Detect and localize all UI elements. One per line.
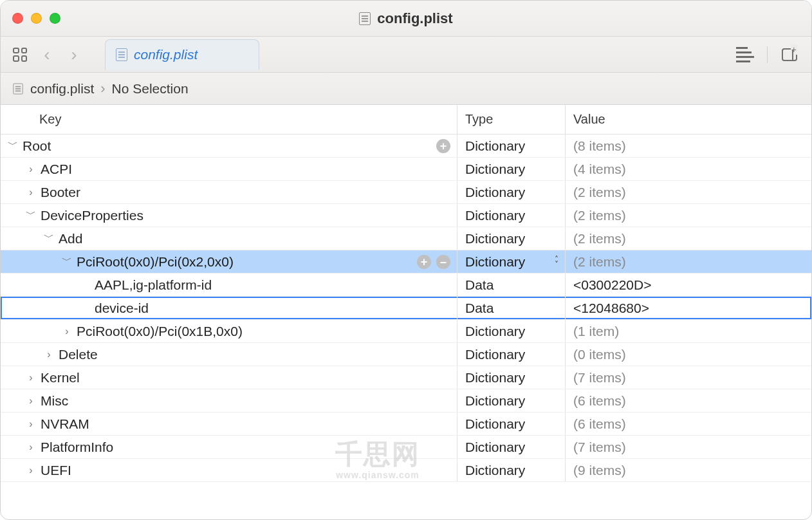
table-row[interactable]: ﹀Root+Dictionary(8 items): [1, 135, 811, 158]
nav-back-button[interactable]: ‹: [37, 44, 57, 65]
table-row[interactable]: ›PlatformInfoDictionary(7 items): [1, 436, 811, 459]
cell-type[interactable]: Data: [457, 297, 566, 319]
value-label: (6 items): [573, 393, 626, 409]
nav-forward-button[interactable]: ›: [64, 44, 84, 65]
path-file[interactable]: config.plist: [30, 81, 94, 97]
cell-value[interactable]: (8 items): [566, 135, 811, 157]
table-row[interactable]: ›PciRoot(0x0)/Pci(0x1B,0x0)Dictionary(1 …: [1, 320, 811, 343]
chevron-down-icon[interactable]: ﹀: [7, 138, 19, 152]
value-label: (8 items): [573, 138, 626, 154]
table-row[interactable]: ﹀DevicePropertiesDictionary(2 items): [1, 204, 811, 227]
cell-type[interactable]: Dictionary: [457, 366, 566, 389]
cell-value[interactable]: (6 items): [566, 389, 811, 412]
cell-value[interactable]: (2 items): [566, 181, 811, 203]
grid-icon: [13, 48, 27, 62]
cell-key[interactable]: ›Booter: [1, 181, 457, 203]
cell-type[interactable]: Dictionary: [457, 389, 566, 412]
chevron-right-icon[interactable]: ›: [25, 465, 37, 476]
column-header-value[interactable]: Value: [566, 105, 811, 134]
cell-key[interactable]: ﹀PciRoot(0x0)/Pci(0x2,0x0)+–: [1, 250, 457, 273]
minimize-window-button[interactable]: [31, 13, 42, 24]
chevron-down-icon[interactable]: ﹀: [43, 231, 55, 245]
table-row[interactable]: ›MiscDictionary(6 items): [1, 389, 811, 413]
cell-key[interactable]: ›ACPI: [1, 158, 457, 180]
cell-type[interactable]: Dictionary: [457, 343, 566, 366]
table-row[interactable]: ›KernelDictionary(7 items): [1, 366, 811, 389]
cell-value[interactable]: <0300220D>: [566, 274, 811, 296]
cell-key[interactable]: ›UEFI: [1, 459, 457, 481]
table-row[interactable]: ﹀AddDictionary(2 items): [1, 227, 811, 250]
cell-value[interactable]: (0 items): [566, 343, 811, 366]
cell-value[interactable]: (7 items): [566, 436, 811, 458]
zoom-window-button[interactable]: [50, 13, 60, 24]
chevron-right-icon[interactable]: ›: [25, 418, 37, 430]
close-window-button[interactable]: [12, 13, 23, 24]
column-header-key[interactable]: Key: [1, 105, 457, 134]
cell-value[interactable]: (4 items): [566, 158, 811, 180]
file-tab[interactable]: config.plist: [105, 39, 259, 70]
cell-key[interactable]: ﹀Root+: [1, 135, 457, 157]
related-items-button[interactable]: [10, 44, 30, 65]
cell-key[interactable]: ›Kernel: [1, 366, 457, 389]
value-label: (1 item): [573, 324, 619, 339]
toggle-inspector-button[interactable]: +: [779, 44, 800, 65]
type-label: Data: [465, 301, 494, 316]
cell-type[interactable]: Dictionary: [457, 135, 566, 157]
cell-value[interactable]: (1 item): [566, 320, 811, 342]
plist-tree[interactable]: ﹀Root+Dictionary(8 items)›ACPIDictionary…: [1, 135, 811, 519]
cell-value[interactable]: (6 items): [566, 413, 811, 435]
table-row[interactable]: device-idData<12048680>: [1, 297, 811, 320]
chevron-right-icon[interactable]: ›: [61, 326, 73, 337]
cell-type[interactable]: Dictionary: [457, 227, 566, 250]
cell-key[interactable]: ﹀DeviceProperties: [1, 204, 457, 227]
cell-type[interactable]: Dictionary: [457, 181, 566, 203]
cell-type[interactable]: Dictionary: [457, 459, 566, 481]
add-child-button[interactable]: +: [436, 139, 450, 153]
cell-type[interactable]: Dictionary: [457, 413, 566, 435]
table-row[interactable]: ›NVRAMDictionary(6 items): [1, 413, 811, 436]
chevron-right-icon[interactable]: ›: [25, 372, 37, 384]
cell-type[interactable]: Data: [457, 274, 566, 296]
cell-value[interactable]: (9 items): [566, 459, 811, 481]
path-selection[interactable]: No Selection: [112, 81, 189, 97]
table-row[interactable]: ›ACPIDictionary(4 items): [1, 158, 811, 181]
table-row[interactable]: ﹀PciRoot(0x0)/Pci(0x2,0x0)+–Dictionary˄˅…: [1, 250, 811, 274]
chevron-down-icon[interactable]: ﹀: [61, 254, 73, 268]
cell-key[interactable]: ›NVRAM: [1, 413, 457, 435]
cell-type[interactable]: Dictionary: [457, 436, 566, 458]
cell-type[interactable]: Dictionary: [457, 320, 566, 342]
cell-key[interactable]: ﹀Add: [1, 227, 457, 250]
chevron-right-icon[interactable]: ›: [25, 163, 37, 175]
cell-key[interactable]: ›PlatformInfo: [1, 436, 457, 458]
cell-key[interactable]: device-id: [1, 297, 457, 319]
cell-type[interactable]: Dictionary: [457, 204, 566, 227]
cell-key[interactable]: AAPL,ig-platform-id: [1, 274, 457, 296]
type-stepper[interactable]: ˄˅: [555, 257, 558, 267]
cell-key[interactable]: ›Misc: [1, 389, 457, 412]
column-header-type[interactable]: Type: [457, 105, 566, 134]
cell-value[interactable]: (2 items): [566, 250, 811, 273]
cell-value[interactable]: <12048680>: [566, 297, 811, 319]
table-row[interactable]: ›DeleteDictionary(0 items): [1, 343, 811, 366]
table-row[interactable]: ›BooterDictionary(2 items): [1, 181, 811, 204]
chevron-right-icon[interactable]: ›: [25, 441, 37, 453]
remove-item-button[interactable]: –: [436, 255, 450, 269]
view-mode-button[interactable]: [735, 44, 755, 65]
table-row[interactable]: ›UEFIDictionary(9 items): [1, 459, 811, 482]
chevron-right-icon[interactable]: ›: [43, 349, 55, 360]
add-child-button[interactable]: +: [417, 255, 431, 269]
chevron-right-icon[interactable]: ›: [25, 187, 37, 198]
cell-key[interactable]: ›PciRoot(0x0)/Pci(0x1B,0x0): [1, 320, 457, 342]
table-row[interactable]: AAPL,ig-platform-idData<0300220D>: [1, 274, 811, 297]
value-label: (0 items): [573, 347, 626, 362]
cell-type[interactable]: Dictionary: [457, 158, 566, 180]
key-label: Root: [23, 138, 51, 154]
chevron-right-icon[interactable]: ›: [25, 395, 37, 407]
cell-value[interactable]: (2 items): [566, 204, 811, 227]
cell-value[interactable]: (2 items): [566, 227, 811, 250]
cell-value[interactable]: (7 items): [566, 366, 811, 389]
cell-type[interactable]: Dictionary˄˅: [457, 250, 566, 273]
chevron-down-icon[interactable]: ﹀: [25, 208, 37, 221]
window-title: config.plist: [1, 10, 811, 27]
cell-key[interactable]: ›Delete: [1, 343, 457, 366]
